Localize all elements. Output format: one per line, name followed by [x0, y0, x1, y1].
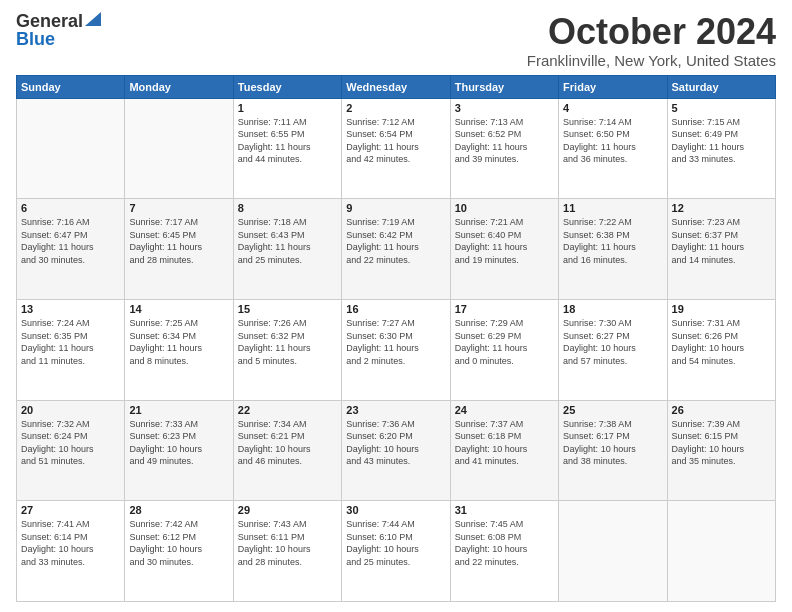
day-detail: Sunrise: 7:36 AM Sunset: 6:20 PM Dayligh… — [346, 418, 445, 468]
day-detail: Sunrise: 7:29 AM Sunset: 6:29 PM Dayligh… — [455, 317, 554, 367]
day-number: 2 — [346, 102, 445, 114]
day-number: 29 — [238, 504, 337, 516]
day-number: 21 — [129, 404, 228, 416]
table-row: 27Sunrise: 7:41 AM Sunset: 6:14 PM Dayli… — [17, 501, 125, 602]
day-detail: Sunrise: 7:23 AM Sunset: 6:37 PM Dayligh… — [672, 216, 771, 266]
table-row — [125, 98, 233, 199]
table-row: 15Sunrise: 7:26 AM Sunset: 6:32 PM Dayli… — [233, 299, 341, 400]
table-row: 13Sunrise: 7:24 AM Sunset: 6:35 PM Dayli… — [17, 299, 125, 400]
table-row: 20Sunrise: 7:32 AM Sunset: 6:24 PM Dayli… — [17, 400, 125, 501]
day-number: 25 — [563, 404, 662, 416]
day-detail: Sunrise: 7:39 AM Sunset: 6:15 PM Dayligh… — [672, 418, 771, 468]
day-detail: Sunrise: 7:13 AM Sunset: 6:52 PM Dayligh… — [455, 116, 554, 166]
table-row — [667, 501, 775, 602]
table-row: 17Sunrise: 7:29 AM Sunset: 6:29 PM Dayli… — [450, 299, 558, 400]
day-detail: Sunrise: 7:43 AM Sunset: 6:11 PM Dayligh… — [238, 518, 337, 568]
day-number: 27 — [21, 504, 120, 516]
table-row — [559, 501, 667, 602]
day-number: 4 — [563, 102, 662, 114]
day-number: 8 — [238, 202, 337, 214]
logo-blue-text: Blue — [16, 30, 55, 48]
table-row: 5Sunrise: 7:15 AM Sunset: 6:49 PM Daylig… — [667, 98, 775, 199]
calendar-week-3: 13Sunrise: 7:24 AM Sunset: 6:35 PM Dayli… — [17, 299, 776, 400]
col-friday: Friday — [559, 75, 667, 98]
day-number: 7 — [129, 202, 228, 214]
calendar-week-5: 27Sunrise: 7:41 AM Sunset: 6:14 PM Dayli… — [17, 501, 776, 602]
day-detail: Sunrise: 7:17 AM Sunset: 6:45 PM Dayligh… — [129, 216, 228, 266]
day-detail: Sunrise: 7:27 AM Sunset: 6:30 PM Dayligh… — [346, 317, 445, 367]
day-detail: Sunrise: 7:42 AM Sunset: 6:12 PM Dayligh… — [129, 518, 228, 568]
day-detail: Sunrise: 7:22 AM Sunset: 6:38 PM Dayligh… — [563, 216, 662, 266]
table-row: 18Sunrise: 7:30 AM Sunset: 6:27 PM Dayli… — [559, 299, 667, 400]
svg-marker-0 — [85, 12, 101, 26]
table-row: 22Sunrise: 7:34 AM Sunset: 6:21 PM Dayli… — [233, 400, 341, 501]
col-sunday: Sunday — [17, 75, 125, 98]
day-detail: Sunrise: 7:41 AM Sunset: 6:14 PM Dayligh… — [21, 518, 120, 568]
title-block: October 2024 Franklinville, New York, Un… — [527, 12, 776, 69]
day-number: 17 — [455, 303, 554, 315]
calendar-table: Sunday Monday Tuesday Wednesday Thursday… — [16, 75, 776, 602]
logo-icon — [85, 12, 101, 26]
table-row: 11Sunrise: 7:22 AM Sunset: 6:38 PM Dayli… — [559, 199, 667, 300]
day-number: 22 — [238, 404, 337, 416]
col-tuesday: Tuesday — [233, 75, 341, 98]
day-number: 3 — [455, 102, 554, 114]
table-row: 12Sunrise: 7:23 AM Sunset: 6:37 PM Dayli… — [667, 199, 775, 300]
table-row: 23Sunrise: 7:36 AM Sunset: 6:20 PM Dayli… — [342, 400, 450, 501]
day-number: 6 — [21, 202, 120, 214]
table-row: 19Sunrise: 7:31 AM Sunset: 6:26 PM Dayli… — [667, 299, 775, 400]
table-row: 26Sunrise: 7:39 AM Sunset: 6:15 PM Dayli… — [667, 400, 775, 501]
day-detail: Sunrise: 7:37 AM Sunset: 6:18 PM Dayligh… — [455, 418, 554, 468]
logo: General Blue — [16, 12, 101, 48]
day-detail: Sunrise: 7:14 AM Sunset: 6:50 PM Dayligh… — [563, 116, 662, 166]
day-detail: Sunrise: 7:45 AM Sunset: 6:08 PM Dayligh… — [455, 518, 554, 568]
day-detail: Sunrise: 7:34 AM Sunset: 6:21 PM Dayligh… — [238, 418, 337, 468]
day-detail: Sunrise: 7:26 AM Sunset: 6:32 PM Dayligh… — [238, 317, 337, 367]
day-number: 9 — [346, 202, 445, 214]
header: General Blue October 2024 Franklinville,… — [16, 12, 776, 69]
day-detail: Sunrise: 7:12 AM Sunset: 6:54 PM Dayligh… — [346, 116, 445, 166]
day-detail: Sunrise: 7:33 AM Sunset: 6:23 PM Dayligh… — [129, 418, 228, 468]
day-number: 24 — [455, 404, 554, 416]
col-monday: Monday — [125, 75, 233, 98]
location: Franklinville, New York, United States — [527, 52, 776, 69]
table-row: 6Sunrise: 7:16 AM Sunset: 6:47 PM Daylig… — [17, 199, 125, 300]
calendar-week-1: 1Sunrise: 7:11 AM Sunset: 6:55 PM Daylig… — [17, 98, 776, 199]
day-detail: Sunrise: 7:31 AM Sunset: 6:26 PM Dayligh… — [672, 317, 771, 367]
day-detail: Sunrise: 7:44 AM Sunset: 6:10 PM Dayligh… — [346, 518, 445, 568]
day-number: 26 — [672, 404, 771, 416]
col-wednesday: Wednesday — [342, 75, 450, 98]
day-number: 28 — [129, 504, 228, 516]
day-number: 11 — [563, 202, 662, 214]
col-thursday: Thursday — [450, 75, 558, 98]
table-row: 14Sunrise: 7:25 AM Sunset: 6:34 PM Dayli… — [125, 299, 233, 400]
day-number: 1 — [238, 102, 337, 114]
table-row: 25Sunrise: 7:38 AM Sunset: 6:17 PM Dayli… — [559, 400, 667, 501]
day-detail: Sunrise: 7:30 AM Sunset: 6:27 PM Dayligh… — [563, 317, 662, 367]
day-number: 18 — [563, 303, 662, 315]
table-row: 29Sunrise: 7:43 AM Sunset: 6:11 PM Dayli… — [233, 501, 341, 602]
logo-general-text: General — [16, 12, 83, 30]
day-detail: Sunrise: 7:11 AM Sunset: 6:55 PM Dayligh… — [238, 116, 337, 166]
calendar-week-2: 6Sunrise: 7:16 AM Sunset: 6:47 PM Daylig… — [17, 199, 776, 300]
col-saturday: Saturday — [667, 75, 775, 98]
header-row: Sunday Monday Tuesday Wednesday Thursday… — [17, 75, 776, 98]
calendar-week-4: 20Sunrise: 7:32 AM Sunset: 6:24 PM Dayli… — [17, 400, 776, 501]
table-row: 7Sunrise: 7:17 AM Sunset: 6:45 PM Daylig… — [125, 199, 233, 300]
table-row: 31Sunrise: 7:45 AM Sunset: 6:08 PM Dayli… — [450, 501, 558, 602]
table-row: 30Sunrise: 7:44 AM Sunset: 6:10 PM Dayli… — [342, 501, 450, 602]
page: General Blue October 2024 Franklinville,… — [0, 0, 792, 612]
day-detail: Sunrise: 7:24 AM Sunset: 6:35 PM Dayligh… — [21, 317, 120, 367]
day-number: 31 — [455, 504, 554, 516]
day-number: 16 — [346, 303, 445, 315]
day-detail: Sunrise: 7:18 AM Sunset: 6:43 PM Dayligh… — [238, 216, 337, 266]
day-number: 23 — [346, 404, 445, 416]
table-row: 21Sunrise: 7:33 AM Sunset: 6:23 PM Dayli… — [125, 400, 233, 501]
table-row: 2Sunrise: 7:12 AM Sunset: 6:54 PM Daylig… — [342, 98, 450, 199]
day-number: 30 — [346, 504, 445, 516]
day-number: 20 — [21, 404, 120, 416]
table-row: 4Sunrise: 7:14 AM Sunset: 6:50 PM Daylig… — [559, 98, 667, 199]
day-detail: Sunrise: 7:25 AM Sunset: 6:34 PM Dayligh… — [129, 317, 228, 367]
table-row: 10Sunrise: 7:21 AM Sunset: 6:40 PM Dayli… — [450, 199, 558, 300]
day-detail: Sunrise: 7:19 AM Sunset: 6:42 PM Dayligh… — [346, 216, 445, 266]
